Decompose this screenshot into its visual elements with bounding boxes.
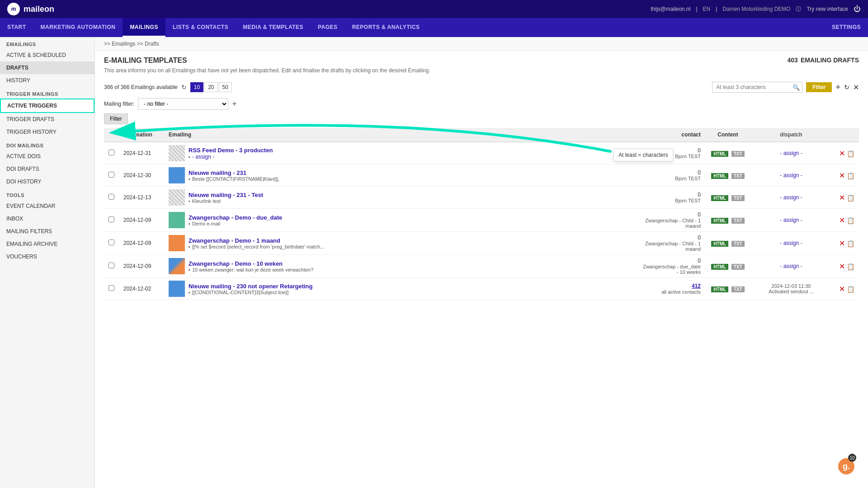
row-checkbox-5[interactable]	[108, 239, 114, 245]
delete-btn-4[interactable]: ✕	[839, 216, 845, 225]
filter-apply-button[interactable]: Filter	[104, 113, 128, 124]
sidebar-item-emailing-archive[interactable]: EMAILING ARCHIVE	[0, 238, 94, 250]
pagination-50[interactable]: 50	[219, 82, 232, 92]
copy-btn-4[interactable]: 📋	[847, 217, 854, 224]
row-7-name[interactable]: Nieuwe mailing - 230 not opener Retarget…	[189, 283, 313, 290]
sidebar-item-event-calendar[interactable]: EVENT CALENDAR	[0, 200, 94, 212]
nav-start[interactable]: START	[0, 18, 33, 37]
row-checkbox-3[interactable]	[108, 194, 114, 200]
dispatch-assign-3[interactable]: - assign -	[780, 194, 802, 201]
breadcrumb-emailings[interactable]: >> Emailings	[104, 41, 135, 47]
html-tag-4[interactable]: HTML	[711, 218, 728, 224]
row-checkbox-7[interactable]	[108, 285, 114, 291]
sidebar-item-trigger-history[interactable]: TRIGGER HISTORY	[0, 126, 94, 138]
row-4-name[interactable]: Zwangerschap - Demo - due_date	[189, 214, 282, 221]
html-tag-3[interactable]: HTML	[711, 195, 728, 201]
filter-button[interactable]: Filter	[806, 82, 832, 92]
row-6-name[interactable]: Zwangerschap - Demo - 10 weken	[189, 260, 313, 267]
dispatch-assign-5[interactable]: - assign -	[780, 240, 802, 246]
copy-btn-2[interactable]: 📋	[847, 172, 854, 179]
toolbar-left: 366 of 366 Emailings available ↻ 10 20 5…	[104, 82, 232, 92]
assign-link-1[interactable]: - assign -	[192, 154, 214, 160]
row-1-name[interactable]: RSS Feed Demo - 3 producten	[189, 147, 273, 154]
row-checkbox-6[interactable]	[108, 263, 114, 268]
txt-tag-5[interactable]: TXT	[731, 241, 745, 247]
company-link[interactable]: Damen Motorkleding DEMO	[722, 6, 790, 12]
reset-icon[interactable]: ↻	[181, 84, 187, 91]
refresh-icon[interactable]: ↻	[844, 84, 849, 91]
row-2-actions: ✕ 📋	[832, 164, 859, 187]
copy-btn-7[interactable]: 📋	[847, 286, 854, 293]
close-icon[interactable]: ✕	[853, 83, 859, 92]
sidebar-item-trigger-drafts[interactable]: TRIGGER DRAFTS	[0, 113, 94, 126]
col-creation[interactable]: ▲ Creation	[119, 128, 164, 142]
txt-tag-2[interactable]: TXT	[731, 173, 745, 179]
info-icon[interactable]: ⓘ	[796, 5, 801, 13]
add-filter-icon[interactable]: +	[232, 99, 237, 109]
nav-pages[interactable]: PAGES	[311, 18, 345, 37]
row-1-dispatch: - assign -	[750, 142, 832, 164]
dispatch-assign-2[interactable]: - assign -	[780, 172, 802, 178]
nav-mailings[interactable]: MAILINGS	[123, 18, 165, 37]
delete-btn-3[interactable]: ✕	[839, 193, 845, 202]
row-checkbox-4[interactable]	[108, 216, 114, 222]
sidebar-item-doi-drafts[interactable]: DOI DRAFTS	[0, 163, 94, 175]
txt-tag-3[interactable]: TXT	[731, 195, 745, 201]
copy-btn-5[interactable]: 📋	[847, 240, 854, 247]
search-input[interactable]	[712, 82, 802, 93]
html-tag-1[interactable]: HTML	[711, 151, 728, 157]
txt-tag-4[interactable]: TXT	[731, 218, 745, 224]
sidebar-item-history[interactable]: HISTORY	[0, 74, 94, 87]
txt-tag-6[interactable]: TXT	[731, 264, 745, 270]
delete-btn-5[interactable]: ✕	[839, 239, 845, 248]
html-tag-7[interactable]: HTML	[711, 286, 728, 292]
delete-btn-6[interactable]: ✕	[839, 262, 845, 271]
txt-tag-7[interactable]: TXT	[731, 286, 745, 292]
row-checkbox-1[interactable]	[108, 150, 114, 155]
nav-lists-contacts[interactable]: LISTS & CONTACTS	[165, 18, 236, 37]
sidebar-item-mailing-filters[interactable]: MAILING FILTERS	[0, 225, 94, 238]
add-icon[interactable]: +	[835, 83, 840, 92]
row-5-name[interactable]: Zwangerschap - Demo - 1 maand	[189, 237, 324, 244]
lang-link[interactable]: EN	[703, 6, 711, 12]
contact-count-link[interactable]: 412	[692, 283, 701, 289]
sidebar-item-drafts[interactable]: DRAFTS	[0, 61, 94, 74]
pagination-10[interactable]: 10	[190, 82, 203, 92]
html-tag-6[interactable]: HTML	[711, 264, 728, 270]
try-new-link[interactable]: Try new interface	[807, 6, 848, 12]
html-tag-5[interactable]: HTML	[711, 241, 728, 247]
copy-btn-1[interactable]: 📋	[847, 150, 854, 157]
nav-reports-analytics[interactable]: REPORTS & ANALYTICS	[345, 18, 427, 37]
sidebar-section-doi: DOI MAILINGS	[0, 138, 94, 150]
delete-btn-7[interactable]: ✕	[839, 285, 845, 293]
filter-select[interactable]: - no filter -	[138, 98, 228, 110]
sidebar-item-inbox[interactable]: INBOX	[0, 212, 94, 225]
table-row: 2024-12-09 Zwangerschap - Demo - 1 maand…	[104, 232, 859, 255]
sidebar-item-doi-history[interactable]: DOI HISTORY	[0, 175, 94, 188]
copy-btn-3[interactable]: 📋	[847, 194, 854, 202]
nav-settings[interactable]: SETTINGS	[825, 18, 868, 37]
dispatch-assign-6[interactable]: - assign -	[780, 263, 802, 269]
flag-icon-2: ▪	[189, 176, 190, 182]
nav-marketing-automation[interactable]: MARKETING AUTOMATION	[33, 18, 123, 37]
row-2-preview: ▪ Beste [[CONTACT|FIRSTNAME|Klant]],	[189, 176, 279, 182]
sidebar-item-active-dois[interactable]: ACTIVE DOIS	[0, 150, 94, 163]
sidebar-item-active-triggers[interactable]: ACTIVE TRIGGERS	[0, 99, 94, 113]
delete-btn-1[interactable]: ✕	[839, 149, 845, 158]
row-3-content: HTML TXT	[705, 187, 750, 209]
sidebar-item-active-scheduled[interactable]: ACTIVE & SCHEDULED	[0, 49, 94, 61]
nav-media-templates[interactable]: MEDIA & TEMPLATES	[236, 18, 311, 37]
copy-btn-6[interactable]: 📋	[847, 263, 854, 270]
row-2-name[interactable]: Nieuwe mailing - 231	[189, 169, 279, 176]
row-checkbox-2[interactable]	[108, 172, 114, 178]
delete-btn-2[interactable]: ✕	[839, 171, 845, 180]
power-icon[interactable]: ⏻	[854, 5, 861, 13]
sidebar-item-vouchers[interactable]: VOUCHERS	[0, 250, 94, 263]
dispatch-assign-4[interactable]: - assign -	[780, 217, 802, 223]
row-2-contact: 0 Bjorn TEST	[637, 164, 705, 187]
pagination-20[interactable]: 20	[204, 82, 217, 92]
row-3-name[interactable]: Nieuwe mailing - 231 - Test	[189, 192, 263, 198]
html-tag-2[interactable]: HTML	[711, 173, 728, 179]
txt-tag-1[interactable]: TXT	[731, 151, 745, 157]
dispatch-assign-1[interactable]: - assign -	[780, 150, 802, 156]
